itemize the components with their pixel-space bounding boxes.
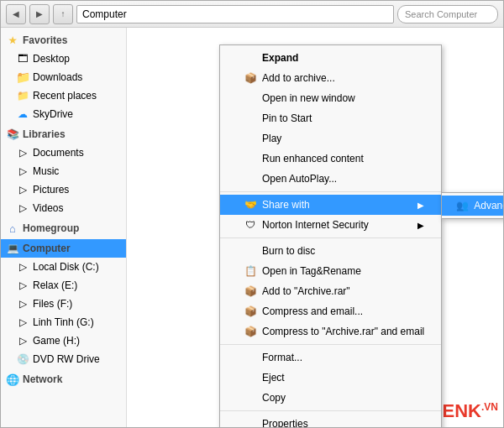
recent-icon: 📁 xyxy=(16,89,29,102)
menu-item-open-new-window[interactable]: Open in new window xyxy=(220,88,441,108)
desktop-icon: 🗔 xyxy=(16,52,29,65)
libraries-section: 📚 Libraries ▷ Documents ▷ Music ▷ Pictur… xyxy=(1,125,126,217)
explorer-window: ◀ ▶ ↑ Computer Search Computer ★ Favorit… xyxy=(0,0,504,428)
menu-item-open-tag[interactable]: 📋 Open in Tag&Rename xyxy=(220,261,441,281)
relax-icon: ▷ xyxy=(16,279,29,292)
menu-item-properties[interactable]: Properties xyxy=(220,414,441,427)
menu-add-archive-label: Add to archive... xyxy=(262,72,335,84)
menu-item-play[interactable]: Play xyxy=(220,128,441,149)
separator-4 xyxy=(220,410,441,411)
menu-item-norton[interactable]: 🛡 Norton Internet Security ▶ xyxy=(220,215,441,235)
menu-eject-label: Eject xyxy=(262,372,285,384)
menu-item-compress-email[interactable]: 📦 Compress and email... xyxy=(220,301,441,321)
up-button[interactable]: ↑ xyxy=(53,4,73,24)
menu-open-tag-label: Open in Tag&Rename xyxy=(262,265,361,277)
back-button[interactable]: ◀ xyxy=(6,4,26,24)
dvd-icon: 💿 xyxy=(16,352,29,366)
libraries-label: Libraries xyxy=(23,128,66,140)
homegroup-label: Homegroup xyxy=(23,222,79,234)
homegroup-section: ⌂ Homegroup xyxy=(1,219,126,237)
menu-item-add-archive-rar[interactable]: 📦 Add to "Archive.rar" xyxy=(220,281,441,301)
sidebar-files-label: Files (F:) xyxy=(33,298,72,310)
sidebar-videos-label: Videos xyxy=(33,202,63,214)
computer-header[interactable]: 💻 Computer xyxy=(1,239,126,258)
libraries-icon: 📚 xyxy=(6,128,19,141)
share-with-icon: 🤝 xyxy=(244,198,257,211)
submenu-item-advanced-sharing[interactable]: 👥 Advanced sharing... xyxy=(442,196,503,216)
menu-compress-email-label: Compress and email... xyxy=(262,305,363,317)
norton-icon: 🛡 xyxy=(244,218,257,232)
address-bar[interactable]: Computer xyxy=(76,5,394,23)
homegroup-header[interactable]: ⌂ Homegroup xyxy=(1,219,126,237)
add-archive-rar-icon: 📦 xyxy=(244,284,257,298)
menu-item-eject[interactable]: Eject xyxy=(220,368,441,388)
sidebar-item-files[interactable]: ▷ Files (F:) xyxy=(1,295,126,313)
add-archive-icon: 📦 xyxy=(244,71,257,85)
network-section: 🌐 Network xyxy=(1,370,126,389)
open-new-window-icon xyxy=(244,91,257,105)
sidebar-item-music[interactable]: ▷ Music xyxy=(1,162,126,180)
menu-item-run-enhanced[interactable]: Run enhanced content xyxy=(220,149,441,169)
sidebar-item-local-disk[interactable]: ▷ Local Disk (C:) xyxy=(1,258,126,276)
copy-icon xyxy=(244,391,257,405)
computer-label: Computer xyxy=(23,243,71,254)
network-icon: 🌐 xyxy=(6,373,19,386)
open-tag-icon: 📋 xyxy=(244,264,257,278)
sidebar-item-documents[interactable]: ▷ Documents xyxy=(1,144,126,162)
sidebar-item-game[interactable]: ▷ Game (H:) xyxy=(1,331,126,350)
watermark-suffix: .VN xyxy=(481,401,498,413)
local-disk-icon: ▷ xyxy=(16,260,29,274)
menu-item-expand[interactable]: Expand xyxy=(220,48,441,68)
sidebar-item-skydrive[interactable]: ☁ SkyDrive xyxy=(1,105,126,123)
submenu-advanced-sharing-label: Advanced sharing... xyxy=(474,200,503,211)
search-bar[interactable]: Search Computer xyxy=(397,5,498,23)
sidebar-item-downloads[interactable]: 📁 Downloads xyxy=(1,68,126,86)
libraries-header[interactable]: 📚 Libraries xyxy=(1,125,126,144)
network-header[interactable]: 🌐 Network xyxy=(1,370,126,389)
norton-arrow-icon: ▶ xyxy=(417,221,424,230)
menu-item-compress-archive-email[interactable]: 📦 Compress to "Archive.rar" and email xyxy=(220,321,441,342)
sidebar-relax-label: Relax (E:) xyxy=(33,279,77,291)
favorites-header[interactable]: ★ Favorites xyxy=(1,31,126,50)
run-enhanced-icon xyxy=(244,152,257,165)
sidebar-item-recent[interactable]: 📁 Recent places xyxy=(1,86,126,105)
forward-button[interactable]: ▶ xyxy=(29,4,50,24)
menu-item-burn-disc[interactable]: Burn to disc xyxy=(220,241,441,261)
sidebar-item-relax[interactable]: ▷ Relax (E:) xyxy=(1,276,126,295)
network-label: Network xyxy=(23,373,62,385)
menu-run-enhanced-label: Run enhanced content xyxy=(262,153,364,164)
sidebar-skydrive-label: SkyDrive xyxy=(33,108,73,120)
menu-add-archive-rar-label: Add to "Archive.rar" xyxy=(262,285,350,297)
compress-email-icon: 📦 xyxy=(244,305,257,318)
sidebar-documents-label: Documents xyxy=(33,147,84,159)
advanced-sharing-icon: 👥 xyxy=(455,199,469,212)
menu-item-pin-start[interactable]: Pin to Start xyxy=(220,108,441,128)
menu-open-new-window-label: Open in new window xyxy=(262,92,355,104)
downloads-icon: 📁 xyxy=(16,70,29,84)
sidebar-local-disk-label: Local Disk (C:) xyxy=(33,261,99,273)
computer-section: 💻 Computer ▷ Local Disk (C:) ▷ Relax (E:… xyxy=(1,239,126,368)
menu-item-open-autoplay[interactable]: Open AutoPlay... xyxy=(220,169,441,189)
play-icon xyxy=(244,132,257,145)
open-autoplay-icon xyxy=(244,172,257,185)
music-icon: ▷ xyxy=(16,164,29,178)
separator-3 xyxy=(220,344,441,345)
menu-item-add-archive[interactable]: 📦 Add to archive... xyxy=(220,68,441,88)
menu-item-share-with[interactable]: 🤝 Share with ▶ 👥 Advanced sharing... xyxy=(220,195,441,215)
menu-item-format[interactable]: Format... xyxy=(220,347,441,368)
main-area: ★ Favorites 🗔 Desktop 📁 Downloads 📁 Rece… xyxy=(1,28,503,427)
sidebar-item-dvd[interactable]: 💿 DVD RW Drive xyxy=(1,350,126,368)
videos-icon: ▷ xyxy=(16,201,29,215)
compress-archive-email-icon: 📦 xyxy=(244,325,257,338)
menu-item-copy[interactable]: Copy xyxy=(220,388,441,408)
sidebar-item-desktop[interactable]: 🗔 Desktop xyxy=(1,50,126,68)
sidebar-item-pictures[interactable]: ▷ Pictures xyxy=(1,180,126,199)
menu-share-with-label: Share with xyxy=(262,199,310,211)
sidebar-item-videos[interactable]: ▷ Videos xyxy=(1,199,126,217)
sidebar-pictures-label: Pictures xyxy=(33,184,69,196)
sidebar-item-linh-tinh[interactable]: ▷ Linh Tinh (G:) xyxy=(1,313,126,331)
eject-icon xyxy=(244,371,257,384)
sidebar-music-label: Music xyxy=(33,165,59,177)
burn-disc-icon xyxy=(244,244,257,258)
sidebar-recent-label: Recent places xyxy=(33,90,97,102)
